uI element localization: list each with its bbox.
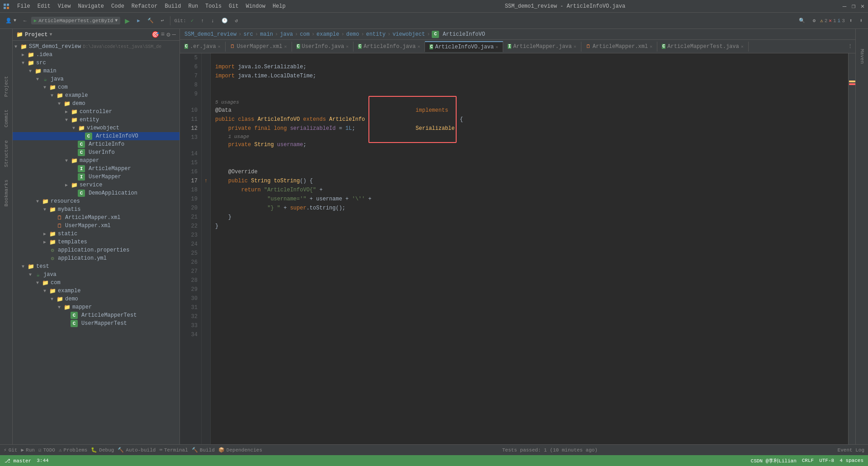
run-button[interactable]: ▶ <box>122 15 132 27</box>
project-panel-label[interactable]: Project <box>2 74 11 99</box>
tree-item-demo[interactable]: ▼ 📁 demo <box>13 100 179 108</box>
debug-bottom-button[interactable]: 🐛 Debug <box>91 447 114 453</box>
tree-item-java[interactable]: ▼ ☕ java <box>13 75 179 83</box>
errors-badge[interactable]: ⚠ 2 ✕ 1 i 3 <box>820 18 845 24</box>
tree-item-app-yml[interactable]: ⚙ application.yml <box>13 254 179 262</box>
close-button[interactable]: ✕ <box>859 3 866 10</box>
tree-item-test-demo[interactable]: ▼ 📁 demo <box>13 295 179 303</box>
tree-item-mapper[interactable]: ▼ 📁 mapper <box>13 157 179 165</box>
tree-item-usermapper-xml[interactable]: 🗒 UserMapper.xml <box>13 222 179 230</box>
menu-code[interactable]: Code <box>108 2 128 10</box>
menu-file[interactable]: File <box>14 2 34 10</box>
breadcrumb-file[interactable]: C ArticleInfoVO <box>432 31 485 38</box>
tree-item-idea[interactable]: ▶ 📁 .idea <box>13 51 179 59</box>
tree-item-test-mapper[interactable]: ▼ 📁 mapper <box>13 303 179 311</box>
status-git-branch[interactable]: ⎇ master <box>5 458 31 464</box>
tab-articleinfovo-java[interactable]: C ArticleInfoVO.java ✕ <box>425 41 503 52</box>
maven-panel-label[interactable]: Maven <box>858 47 867 66</box>
tree-item-demoapplication[interactable]: C DemoApplication <box>13 189 179 197</box>
breadcrumb-example[interactable]: example <box>316 31 339 38</box>
tab-close-button[interactable]: ✕ <box>574 44 576 49</box>
expand-editor-button[interactable]: ⬆ <box>847 17 855 24</box>
run-bottom-button[interactable]: ▶ Run <box>21 447 34 453</box>
tree-item-entity[interactable]: ▼ 📁 entity <box>13 116 179 124</box>
tree-item-usermapper[interactable]: I UserMapper <box>13 173 179 181</box>
todo-bottom-button[interactable]: ☑ TODO <box>38 447 55 453</box>
git-pull-button[interactable]: ↓ <box>208 17 217 24</box>
tree-item-app-properties[interactable]: ⚙ application.properties <box>13 246 179 254</box>
menu-help[interactable]: Help <box>269 2 289 10</box>
tab-articlemappertest-java[interactable]: C ArticleMapperTest.java ✕ <box>657 42 748 52</box>
tab-close-button[interactable]: ✕ <box>346 44 349 49</box>
menu-edit[interactable]: Edit <box>34 2 54 10</box>
tree-item-resources[interactable]: ▼ 📁 resources <box>13 197 179 205</box>
locate-file-button[interactable]: 🎯 <box>151 31 159 38</box>
panel-settings-button[interactable]: ⚙ <box>166 31 170 38</box>
git-history-button[interactable]: 🕐 <box>219 17 231 24</box>
git-bottom-button[interactable]: ⚡ Git <box>4 447 17 453</box>
event-log-button[interactable]: Event Log <box>838 447 864 453</box>
status-encoding[interactable]: UTF-8 <box>819 458 834 463</box>
tree-item-test-example[interactable]: ▼ 📁 example <box>13 287 179 295</box>
collapse-editor-button[interactable]: ⬇ <box>857 17 865 24</box>
undo-button[interactable]: ↩ <box>158 17 167 24</box>
menu-refactor[interactable]: Refactor <box>128 2 161 10</box>
terminal-bottom-button[interactable]: ⌨ Terminal <box>159 447 188 453</box>
breadcrumb-main[interactable]: main <box>260 31 273 38</box>
breadcrumb-src[interactable]: src <box>243 31 253 38</box>
minimize-button[interactable]: — <box>841 3 848 10</box>
menu-tools[interactable]: Tools <box>202 2 225 10</box>
breadcrumb-demo[interactable]: demo <box>346 31 359 38</box>
structure-panel-label[interactable]: Structure <box>2 138 11 169</box>
tree-item-usermappertest[interactable]: C UserMapperTest <box>13 319 179 328</box>
bookmarks-panel-label[interactable]: Bookmarks <box>2 178 11 208</box>
git-push-button[interactable]: ↑ <box>198 17 207 24</box>
menu-view[interactable]: View <box>54 2 75 10</box>
tree-item-example[interactable]: ▼ 📁 example <box>13 91 179 100</box>
breadcrumb-project[interactable]: SSM_demo1_review <box>184 31 236 38</box>
breadcrumb-com[interactable]: com <box>300 31 310 38</box>
status-line-sep[interactable]: CRLF <box>802 458 814 463</box>
status-indent[interactable]: 4 spaces <box>840 458 863 463</box>
tree-item-root[interactable]: ▼ 📁 SSM_demo1_review D:\Java\code\test_j… <box>13 43 179 51</box>
dependencies-bottom-button[interactable]: 📦 Dependencies <box>218 447 262 453</box>
tab-articlemapper-xml[interactable]: 🗒 ArticleMapper.xml ✕ <box>581 42 657 52</box>
tree-item-viewobject[interactable]: ▼ 📁 viewobject <box>13 124 179 132</box>
tree-item-static[interactable]: ▶ 📁 static <box>13 230 179 238</box>
maximize-button[interactable]: ❐ <box>850 3 857 10</box>
back-button[interactable]: ← <box>21 17 29 24</box>
tree-item-test[interactable]: ▼ 📁 test <box>13 262 179 271</box>
tree-item-service[interactable]: ▶ 📁 service <box>13 181 179 189</box>
tab-close-button[interactable]: ✕ <box>495 44 498 50</box>
breadcrumb-entity[interactable]: entity <box>366 31 386 38</box>
hide-panel-button[interactable]: — <box>172 31 176 38</box>
tree-item-articleinfo[interactable]: C ArticleInfo <box>13 140 179 148</box>
menu-navigate[interactable]: Navigate <box>74 2 108 10</box>
settings-button[interactable]: ⚙ <box>810 17 818 24</box>
tab-articleinfo-java[interactable]: C ArticleInfo.java ✕ <box>354 42 425 52</box>
search-button[interactable]: 🔍 <box>796 17 808 24</box>
tree-item-articlemappertest[interactable]: C ArticleMapperTest <box>13 311 179 319</box>
tab-userinfo-java[interactable]: C UserInfo.java ✕ <box>292 42 354 52</box>
file-tree[interactable]: ▼ 📁 SSM_demo1_review D:\Java\code\test_j… <box>13 41 179 444</box>
tab-close-button[interactable]: ✕ <box>284 44 287 49</box>
tab-usermapper-xml[interactable]: 🗒 UserMapper.xml ✕ <box>226 42 292 52</box>
tree-item-test-java[interactable]: ▼ ☕ java <box>13 271 179 279</box>
commit-panel-label[interactable]: Commit <box>2 108 11 129</box>
git-revert-button[interactable]: ↺ <box>232 17 241 24</box>
tab-close-button[interactable]: ✕ <box>650 44 652 49</box>
menu-run[interactable]: Run <box>184 2 202 10</box>
menu-window[interactable]: Window <box>242 2 269 10</box>
tab-close-button[interactable]: ✕ <box>417 44 420 49</box>
tree-item-test-com[interactable]: ▼ 📁 com <box>13 279 179 287</box>
collapse-all-button[interactable]: ≡ <box>161 31 165 38</box>
tree-item-articlemapper-xml[interactable]: 🗒 ArticleMapper.xml <box>13 214 179 222</box>
code-content-area[interactable]: import java.io.Serializable; import java… <box>211 53 848 444</box>
run-config-selector[interactable]: ▶ ArticleMapperTest.getById ▼ <box>31 17 121 24</box>
menu-build[interactable]: Build <box>161 2 184 10</box>
tree-item-controller[interactable]: ▶ 📁 controller <box>13 108 179 116</box>
problems-bottom-button[interactable]: ⚠ Problems <box>59 447 87 453</box>
tree-item-com[interactable]: ▼ 📁 com <box>13 83 179 91</box>
tree-item-mybatis[interactable]: ▼ 📁 mybatis <box>13 205 179 214</box>
breadcrumb-viewobject[interactable]: viewobject <box>392 31 425 38</box>
